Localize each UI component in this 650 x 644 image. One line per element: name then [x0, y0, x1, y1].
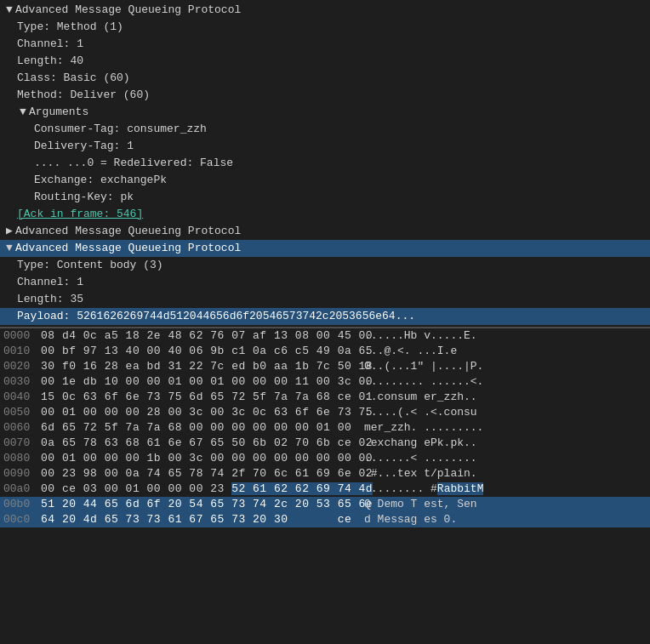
arguments-header[interactable]: ▼ Arguments [0, 104, 650, 121]
hex-row-00b0: 00b0 51 20 44 65 6d 6f 20 54 65 73 74 2c… [0, 497, 650, 512]
hex-row-0090: 0090 00 23 98 00 0a 74 65 78 74 2f 70 6c… [0, 466, 650, 482]
content-type-row: Type: Content body (3) [0, 257, 650, 274]
amqp2-label: Advanced Message Queueing Protocol [15, 224, 241, 239]
consumer-tag-row: Consumer-Tag: consumer_zzh [0, 121, 650, 138]
top-panel: ▼ Advanced Message Queueing Protocol Typ… [0, 0, 650, 328]
hex-row-0060: 0060 6d 65 72 5f 7a 7a 68 00 00 00 00 00… [0, 420, 650, 436]
exchange-row: Exchange: exchangePk [0, 172, 650, 189]
content-length-row: Length: 35 [0, 291, 650, 308]
hex-row-0030: 0030 00 1e db 10 00 00 01 00 01 00 00 00… [0, 374, 650, 390]
ack-link[interactable]: [Ack in frame: 546] [17, 207, 143, 222]
amqp1-header[interactable]: ▼ Advanced Message Queueing Protocol [0, 2, 650, 19]
toggle-amqp2[interactable]: ▶ [3, 224, 15, 239]
type-row: Type: Method (1) [0, 19, 650, 36]
amqp3-header[interactable]: ▼ Advanced Message Queueing Protocol [0, 240, 650, 257]
hex-row-0080: 0080 00 01 00 00 00 1b 00 3c 00 00 00 00… [0, 451, 650, 466]
hex-row-00a0: 00a0 00 ce 03 00 01 00 00 00 23 52 61 62… [0, 482, 650, 497]
content-channel-row: Channel: 1 [0, 274, 650, 291]
delivery-tag-row: Delivery-Tag: 1 [0, 138, 650, 155]
length-row: Length: 40 [0, 53, 650, 70]
hex-row-0050: 0050 00 01 00 00 00 28 00 3c 00 3c 0c 63… [0, 405, 650, 420]
hex-panel: 0000 08 d4 0c a5 18 2e 48 62 76 07 af 13… [0, 328, 650, 527]
toggle-amqp3[interactable]: ▼ [3, 241, 15, 256]
payload-row: Payload: 5261626269744d512044656d6f20546… [0, 308, 650, 325]
routing-key-row: Routing-Key: pk [0, 189, 650, 206]
amqp2-header[interactable]: ▶ Advanced Message Queueing Protocol [0, 223, 650, 240]
hex-row-00c0: 00c0 64 20 4d 65 73 73 61 67 65 73 20 30… [0, 512, 650, 527]
hex-row-0020: 0020 30 f0 16 28 ea bd 31 22 7c ed b0 aa… [0, 359, 650, 374]
toggle-arguments[interactable]: ▼ [17, 105, 29, 120]
hex-row-0040: 0040 15 0c 63 6f 6e 73 75 6d 65 72 5f 7a… [0, 390, 650, 405]
ack-link-row[interactable]: [Ack in frame: 546] [0, 206, 650, 223]
method-row: Method: Deliver (60) [0, 87, 650, 104]
toggle-amqp1[interactable]: ▼ [3, 3, 15, 18]
amqp3-label: Advanced Message Queueing Protocol [15, 241, 241, 256]
amqp1-label: Advanced Message Queueing Protocol [15, 3, 241, 18]
class-row: Class: Basic (60) [0, 70, 650, 87]
redelivered-row: .... ...0 = Redelivered: False [0, 155, 650, 172]
channel-row: Channel: 1 [0, 36, 650, 53]
hex-row-0000: 0000 08 d4 0c a5 18 2e 48 62 76 07 af 13… [0, 328, 650, 344]
hex-row-0070: 0070 0a 65 78 63 68 61 6e 67 65 50 6b 02… [0, 436, 650, 451]
hex-row-0010: 0010 00 bf 97 13 40 00 40 06 9b c1 0a c6… [0, 344, 650, 359]
